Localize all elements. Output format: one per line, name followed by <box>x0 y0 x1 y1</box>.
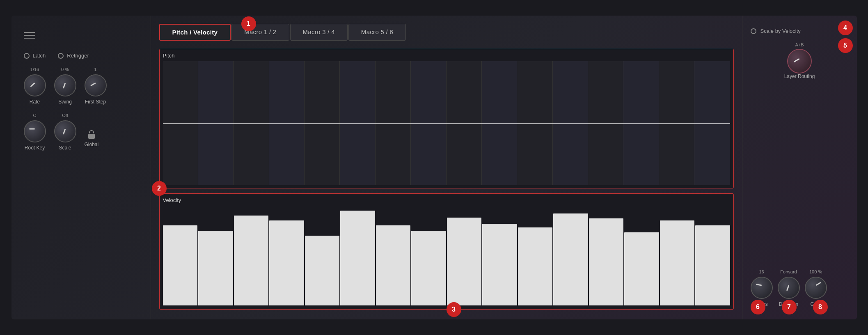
velocity-bar[interactable] <box>447 218 482 305</box>
velocity-bar[interactable] <box>660 220 695 305</box>
velocity-bar[interactable] <box>305 236 340 305</box>
tabs-container: Pitch / Velocity Macro 1 / 2 Macro 3 / 4… <box>159 24 734 49</box>
gate-value: 100 % <box>809 269 822 274</box>
badge-1: 1 <box>241 16 256 31</box>
velocity-bar[interactable] <box>695 225 730 305</box>
rootkey-knob-group: C Root Key <box>24 113 46 151</box>
firststep-knob-group: 1 First Step <box>85 67 107 105</box>
top-knobs-row: 1/16 Rate 0 % Swing 1 First Step <box>24 67 138 105</box>
swing-knob[interactable] <box>54 74 76 96</box>
badge-7: 7 <box>782 300 797 314</box>
velocity-grid[interactable] <box>163 206 730 305</box>
velocity-bar[interactable] <box>234 216 269 305</box>
pitch-center-line <box>163 123 730 124</box>
layer-value: A+B <box>795 42 804 47</box>
swing-knob-group: 0 % Swing <box>54 67 76 105</box>
velocity-bar[interactable] <box>553 213 588 305</box>
latch-radio[interactable]: Latch <box>24 53 46 59</box>
rate-value: 1/16 <box>30 67 39 72</box>
firststep-label: First Step <box>85 99 106 105</box>
swing-label: Swing <box>58 99 72 105</box>
firststep-value: 1 <box>94 67 96 72</box>
rootkey-value: C <box>33 113 37 118</box>
gate-knob[interactable] <box>805 277 827 299</box>
layer-routing-label: Layer Routing <box>784 73 815 79</box>
velocity-bar[interactable] <box>589 218 624 305</box>
velocity-bar[interactable] <box>376 225 411 305</box>
retrigger-radio[interactable]: Retrigger <box>58 53 89 59</box>
velocity-bar[interactable] <box>518 227 553 305</box>
retrigger-radio-circle <box>58 53 64 59</box>
velocity-bar[interactable] <box>411 231 446 305</box>
layer-routing-knob[interactable] <box>787 49 812 73</box>
plugin-window: × Latch Retrigger 1/16 Rate 0 % <box>11 16 857 319</box>
retrigger-label: Retrigger <box>67 53 89 59</box>
tab-macro-12[interactable]: Macro 1 / 2 <box>231 24 289 41</box>
bottom-knobs-row: C Root Key Off Scale Global <box>24 113 138 151</box>
main-panel: Pitch / Velocity Macro 1 / 2 Macro 3 / 4… <box>151 16 742 319</box>
scale-label: Scale <box>59 145 71 151</box>
badge-3: 3 <box>447 302 461 317</box>
badge-2: 2 <box>152 181 167 196</box>
right-panel: Scale by Velocity 4 A+B Layer Routing 5 … <box>742 16 857 319</box>
scale-value: Off <box>62 113 68 118</box>
rootkey-knob[interactable] <box>24 120 46 142</box>
pitch-wrapper: Pitch <box>159 49 734 188</box>
badge-4: 4 <box>838 21 853 35</box>
tab-macro-34[interactable]: Macro 3 / 4 <box>290 24 348 41</box>
tab-pitch-velocity[interactable]: Pitch / Velocity <box>159 24 231 41</box>
pitch-section: Pitch <box>159 49 734 188</box>
firststep-knob[interactable] <box>85 74 107 96</box>
steps-value: 16 <box>759 269 764 274</box>
rate-label: Rate <box>30 99 40 105</box>
velocity-bar[interactable] <box>340 211 375 305</box>
badge-6: 6 <box>751 300 765 314</box>
global-group: Global <box>85 130 99 151</box>
pitch-grid[interactable] <box>163 61 730 185</box>
velocity-bar[interactable] <box>624 232 659 305</box>
layer-routing-wrapper: A+B Layer Routing 5 <box>751 42 849 79</box>
menu-icon[interactable] <box>24 32 35 40</box>
rate-knob-group: 1/16 Rate <box>24 67 46 105</box>
direction-value: Forward <box>780 269 797 274</box>
global-label: Global <box>85 142 99 147</box>
scale-velocity-radio[interactable] <box>751 28 756 34</box>
scale-knob[interactable] <box>54 120 76 142</box>
latch-radio-circle <box>24 53 30 59</box>
velocity-bar[interactable] <box>163 225 198 305</box>
bottom-right-knobs: 16 Steps Forward Direction 100 % Gate 6 … <box>751 269 849 307</box>
badge-8: 8 <box>813 300 828 314</box>
radio-row: Latch Retrigger <box>24 53 138 59</box>
velocity-bar[interactable] <box>198 231 233 305</box>
left-panel: Latch Retrigger 1/16 Rate 0 % Swing 1 Fi… <box>11 16 151 319</box>
scale-knob-group: Off Scale <box>54 113 76 151</box>
rate-knob[interactable] <box>24 74 46 96</box>
direction-knob[interactable] <box>778 277 800 299</box>
velocity-section: Velocity <box>159 193 734 310</box>
scale-velocity-row: Scale by Velocity <box>751 28 849 34</box>
rootkey-label: Root Key <box>25 145 45 151</box>
pitch-label: Pitch <box>163 53 730 59</box>
steps-knob[interactable] <box>751 277 773 299</box>
scale-velocity-label: Scale by Velocity <box>760 28 801 34</box>
latch-label: Latch <box>33 53 46 59</box>
lock-icon <box>88 130 95 139</box>
badge-5: 5 <box>838 38 853 53</box>
tab-macro-56[interactable]: Macro 5 / 6 <box>348 24 406 41</box>
scale-velocity-wrapper: Scale by Velocity 4 <box>751 28 849 34</box>
velocity-bar[interactable] <box>269 220 304 305</box>
sections-wrapper: Pitch <box>159 49 734 311</box>
velocity-bar[interactable] <box>482 224 517 305</box>
swing-value: 0 % <box>61 67 69 72</box>
velocity-wrapper: Velocity 3 <box>159 193 734 310</box>
velocity-label: Velocity <box>163 197 730 203</box>
